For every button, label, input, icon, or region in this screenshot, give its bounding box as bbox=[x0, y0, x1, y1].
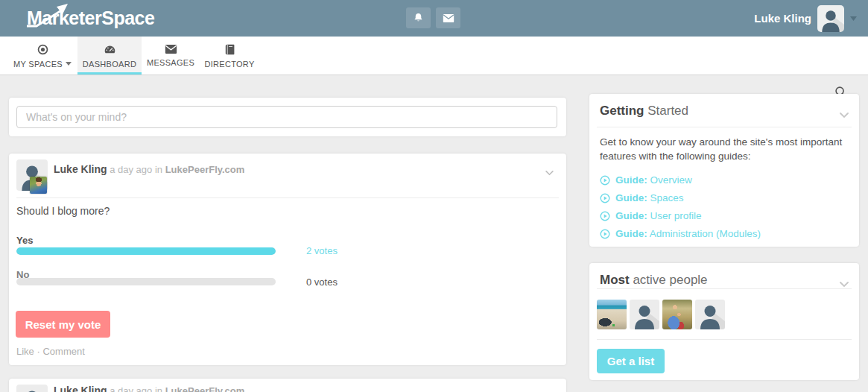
actions-separator: · bbox=[37, 346, 39, 357]
space-photo-avatar[interactable] bbox=[30, 177, 47, 194]
bell-icon bbox=[413, 12, 424, 24]
guide-link-spaces[interactable]: Guide: Spaces bbox=[600, 192, 761, 203]
post-space-link[interactable]: LukePeerFly.com bbox=[165, 385, 245, 392]
tab-dashboard[interactable]: DASHBOARD bbox=[77, 37, 142, 75]
play-circle-icon bbox=[600, 211, 610, 221]
user-avatar-photo[interactable] bbox=[597, 300, 627, 329]
collapse-chevron-icon[interactable] bbox=[840, 108, 849, 121]
gauge-icon bbox=[104, 43, 116, 56]
tab-dashboard-label: DASHBOARD bbox=[83, 60, 136, 69]
envelope-icon bbox=[165, 44, 177, 54]
play-circle-icon bbox=[600, 193, 610, 203]
divider bbox=[597, 127, 852, 127]
dot-circle-icon bbox=[37, 43, 49, 56]
post-header: Luke Kling a day ago in LukePeerFly.com bbox=[54, 385, 244, 392]
post-author[interactable]: Luke Kling bbox=[54, 163, 107, 175]
person-silhouette-icon bbox=[16, 385, 48, 392]
caret-down-icon bbox=[66, 62, 72, 66]
poll-bar-no bbox=[16, 278, 276, 285]
tab-directory-label: DIRECTORY bbox=[204, 60, 254, 69]
play-circle-icon bbox=[600, 175, 610, 186]
caret-down-icon[interactable] bbox=[850, 16, 857, 21]
play-circle-icon bbox=[600, 229, 610, 239]
person-silhouette-icon bbox=[630, 300, 659, 329]
guide-link-overview[interactable]: Guide: Overview bbox=[600, 174, 761, 186]
book-icon bbox=[224, 43, 235, 56]
getting-started-panel: Getting Started Get to know your way aro… bbox=[589, 94, 859, 247]
envelope-icon bbox=[443, 13, 454, 23]
panel-title-rest: active people bbox=[630, 273, 708, 287]
tab-messages-label: MESSAGES bbox=[147, 58, 194, 67]
reset-vote-button[interactable]: Reset my vote bbox=[16, 311, 110, 338]
user-menu: Luke Kling bbox=[754, 0, 857, 37]
post-meta: a day ago in bbox=[110, 164, 162, 175]
tab-directory[interactable]: DIRECTORY bbox=[200, 37, 259, 75]
top-header: MarketerSpace Luke Kling bbox=[0, 0, 868, 37]
poll-bar-yes bbox=[16, 247, 276, 255]
composer-input[interactable] bbox=[16, 106, 557, 128]
user-avatar-placeholder[interactable] bbox=[695, 300, 725, 329]
divider bbox=[16, 197, 559, 198]
person-silhouette-icon bbox=[695, 300, 725, 329]
like-link[interactable]: Like bbox=[16, 346, 34, 357]
panel-title: Getting Started bbox=[600, 104, 688, 118]
poll-question: Should I blog more? bbox=[16, 205, 110, 217]
tab-my-spaces-label: MY SPACES bbox=[13, 60, 63, 69]
person-silhouette-icon bbox=[817, 5, 844, 32]
getting-started-intro: Get to know your way around the site's m… bbox=[600, 135, 849, 163]
author-avatar[interactable] bbox=[16, 385, 48, 392]
post-composer-card bbox=[9, 98, 566, 136]
post-author[interactable]: Luke Kling bbox=[54, 385, 107, 392]
user-avatar-photo[interactable] bbox=[662, 300, 692, 329]
post-card: Luke Kling a day ago in LukePeerFly.com bbox=[9, 379, 566, 392]
poll-option-label: Yes bbox=[16, 235, 33, 246]
post-space-link[interactable]: LukePeerFly.com bbox=[165, 164, 245, 175]
poll-bar-yes-fill bbox=[16, 247, 276, 255]
guide-links: Guide: Overview Guide: Spaces Guide: Use… bbox=[600, 174, 761, 239]
most-active-panel: Most active people Get a list bbox=[589, 263, 859, 380]
divider bbox=[597, 288, 852, 289]
divider bbox=[597, 339, 852, 340]
post-actions: Like · Comment bbox=[16, 346, 85, 357]
post-header: Luke Kling a day ago in LukePeerFly.com bbox=[54, 163, 244, 175]
user-avatar[interactable] bbox=[817, 5, 844, 32]
poll-votes-yes[interactable]: 2 votes bbox=[306, 245, 338, 256]
post-card: Luke Kling a day ago in LukePeerFly.com … bbox=[9, 154, 566, 365]
active-people-avatars bbox=[597, 300, 725, 329]
poll-votes-no: 0 votes bbox=[306, 276, 338, 288]
panel-title: Most active people bbox=[600, 273, 708, 288]
main-nav: MY SPACES DASHBOARD MESSAGES bbox=[0, 37, 868, 75]
nav-tabs: MY SPACES DASHBOARD MESSAGES bbox=[7, 37, 259, 75]
user-name[interactable]: Luke Kling bbox=[754, 12, 811, 25]
panel-title-bold: Most bbox=[600, 273, 630, 287]
post-meta: a day ago in bbox=[110, 385, 162, 392]
comment-link[interactable]: Comment bbox=[42, 346, 84, 357]
tab-messages[interactable]: MESSAGES bbox=[142, 37, 200, 75]
logo[interactable]: MarketerSpace bbox=[27, 0, 154, 37]
logo-arrow-icon bbox=[16, 1, 85, 31]
post-menu-chevron-icon[interactable] bbox=[545, 165, 554, 179]
messages-button[interactable] bbox=[436, 7, 460, 28]
panel-title-bold: Getting bbox=[600, 104, 644, 118]
get-a-list-button[interactable]: Get a list bbox=[597, 349, 665, 373]
guide-link-administration[interactable]: Guide: Administration (Modules) bbox=[600, 228, 761, 239]
notifications-button[interactable] bbox=[406, 7, 431, 28]
tab-my-spaces[interactable]: MY SPACES bbox=[7, 37, 77, 75]
guide-link-user-profile[interactable]: Guide: User profile bbox=[600, 210, 761, 221]
user-avatar-placeholder[interactable] bbox=[630, 300, 659, 329]
panel-title-rest: Started bbox=[644, 104, 689, 118]
